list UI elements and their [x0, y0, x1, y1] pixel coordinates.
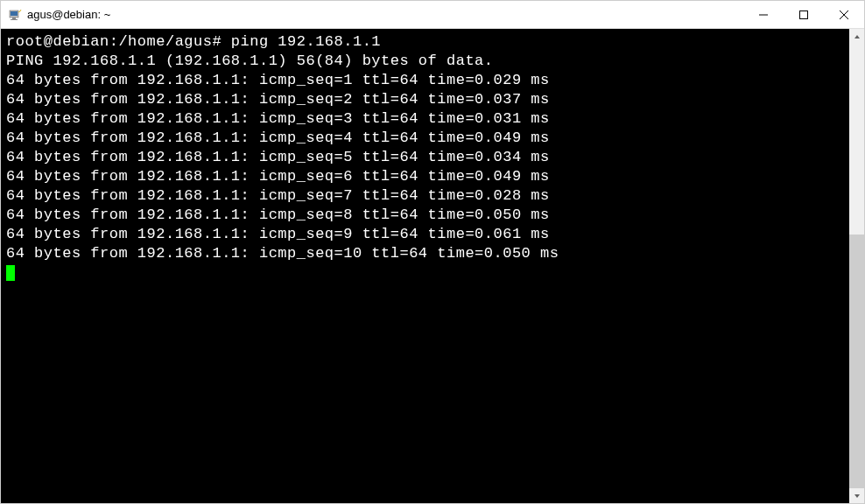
- prompt-line: root@debian:/home/agus# ping 192.168.1.1: [6, 32, 849, 52]
- ping-reply-line: 64 bytes from 192.168.1.1: icmp_seq=2 tt…: [6, 90, 849, 109]
- ping-reply-line: 64 bytes from 192.168.1.1: icmp_seq=1 tt…: [6, 71, 849, 90]
- ping-header-line: PING 192.168.1.1 (192.168.1.1) 56(84) by…: [6, 52, 849, 71]
- ping-reply-line: 64 bytes from 192.168.1.1: icmp_seq=5 tt…: [6, 148, 849, 167]
- terminal-cursor: [6, 265, 15, 281]
- scroll-track[interactable]: [849, 44, 864, 488]
- scroll-down-button[interactable]: [849, 488, 864, 503]
- ping-reply-line: 64 bytes from 192.168.1.1: icmp_seq=3 tt…: [6, 109, 849, 129]
- putty-icon: [8, 8, 22, 22]
- terminal[interactable]: root@debian:/home/agus# ping 192.168.1.1…: [1, 29, 849, 503]
- scroll-thumb[interactable]: [849, 234, 864, 488]
- scrollbar[interactable]: [849, 29, 864, 503]
- titlebar[interactable]: agus@debian: ~: [1, 1, 864, 29]
- ping-reply-line: 64 bytes from 192.168.1.1: icmp_seq=9 tt…: [6, 225, 849, 244]
- svg-rect-2: [12, 18, 16, 19]
- ping-reply-line: 64 bytes from 192.168.1.1: icmp_seq=8 tt…: [6, 206, 849, 225]
- cursor-line: [6, 263, 849, 283]
- ping-reply-line: 64 bytes from 192.168.1.1: icmp_seq=10 t…: [6, 244, 849, 263]
- body-area: root@debian:/home/agus# ping 192.168.1.1…: [1, 29, 864, 503]
- ping-reply-line: 64 bytes from 192.168.1.1: icmp_seq=4 tt…: [6, 129, 849, 148]
- minimize-button[interactable]: [743, 1, 784, 29]
- ping-reply-line: 64 bytes from 192.168.1.1: icmp_seq=6 tt…: [6, 167, 849, 186]
- window-controls: [743, 1, 864, 28]
- putty-window: agus@debian: ~ root@debian:/home/agus# p…: [0, 0, 865, 504]
- svg-rect-5: [800, 11, 808, 19]
- scroll-up-button[interactable]: [849, 29, 864, 44]
- svg-rect-1: [11, 11, 18, 16]
- close-button[interactable]: [824, 1, 864, 29]
- window-title: agus@debian: ~: [27, 8, 743, 21]
- ping-reply-line: 64 bytes from 192.168.1.1: icmp_seq=7 tt…: [6, 186, 849, 206]
- svg-rect-3: [11, 19, 18, 20]
- maximize-button[interactable]: [784, 1, 824, 29]
